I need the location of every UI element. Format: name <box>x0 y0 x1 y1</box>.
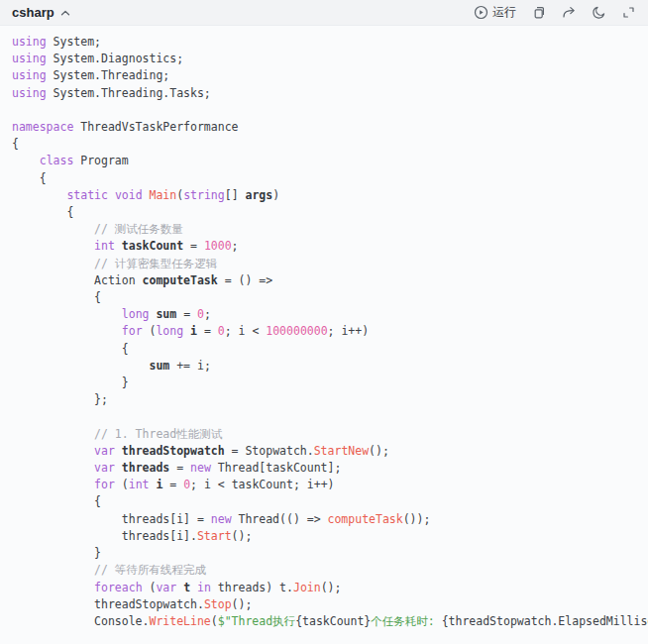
code-line: class Program <box>12 153 636 169</box>
code-line: threads[i] = new Thread(() => computeTas… <box>12 511 636 528</box>
jump-arrow-icon[interactable] <box>561 5 577 20</box>
code-line: threadStopwatch.Stop(); <box>12 596 636 613</box>
code-line: threads[i].Start(); <box>12 528 636 545</box>
run-button-label: 运行 <box>492 4 516 21</box>
header-left: csharp <box>12 5 72 20</box>
code-line: foreach (var t in threads) t.Join(); <box>12 580 636 596</box>
code-line: sum += i; <box>12 358 636 375</box>
code-header: csharp 运行 <box>0 0 648 26</box>
code-line: // 计算密集型任务逻辑 <box>12 256 636 272</box>
code-line: { <box>12 204 636 221</box>
code-line: using System.Diagnostics; <box>12 51 636 67</box>
code-block[interactable]: using System;using System.Diagnostics;us… <box>0 26 648 642</box>
header-actions: 运行 <box>474 4 636 21</box>
code-line: } <box>12 545 636 562</box>
code-card: csharp 运行 <box>0 0 648 644</box>
code-line: { <box>12 341 636 358</box>
code-line <box>12 102 636 119</box>
copy-icon[interactable] <box>531 5 546 20</box>
code-line: } <box>12 375 636 391</box>
code-line: Action computeTask = () => <box>12 272 636 289</box>
code-line: for (int i = 0; i < taskCount; i++) <box>12 477 636 493</box>
code-line: { <box>12 493 636 510</box>
chevron-up-icon[interactable] <box>58 6 72 20</box>
code-line: // 测试任务数量 <box>12 221 636 238</box>
expand-icon[interactable] <box>621 5 636 20</box>
code-line: using System.Threading.Tasks; <box>12 85 636 102</box>
code-line: Console.WriteLine($"Thread执行{taskCount}个… <box>12 613 636 630</box>
code-line: for (long i = 0; i < 100000000; i++) <box>12 323 636 340</box>
language-label: csharp <box>12 5 54 20</box>
code-line: }; <box>12 391 636 408</box>
code-line: // 1. Thread性能测试 <box>12 426 636 443</box>
code-line: using System.Threading; <box>12 67 636 84</box>
run-button[interactable]: 运行 <box>474 4 516 21</box>
code-line: { <box>12 136 636 153</box>
play-circle-icon <box>474 5 488 20</box>
code-line: namespace ThreadVsTaskPerformance <box>12 119 636 136</box>
code-line: long sum = 0; <box>12 306 636 323</box>
code-line: var threadStopwatch = Stopwatch.StartNew… <box>12 443 636 460</box>
code-line: // 等待所有线程完成 <box>12 562 636 579</box>
code-line: static void Main(string[] args) <box>12 187 636 204</box>
code-line: { <box>12 170 636 187</box>
code-line: using System; <box>12 34 636 51</box>
code-line: int taskCount = 1000; <box>12 238 636 255</box>
code-line: var threads = new Thread[taskCount]; <box>12 460 636 477</box>
code-line <box>12 408 636 425</box>
moon-icon[interactable] <box>592 5 606 20</box>
code-line: { <box>12 289 636 306</box>
